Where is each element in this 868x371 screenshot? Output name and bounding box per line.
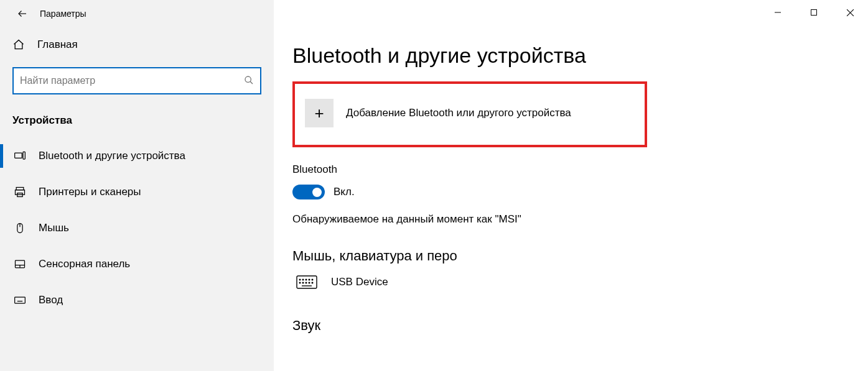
- discoverable-text: Обнаруживаемое на данный момент как "MSI…: [292, 213, 868, 226]
- svg-rect-3: [23, 152, 25, 159]
- nav-label: Bluetooth и другие устройства: [27, 150, 185, 162]
- input-section-title: Мышь, клавиатура и перо: [292, 248, 868, 264]
- svg-point-31: [309, 282, 310, 283]
- nav-label: Мышь: [27, 222, 69, 234]
- plus-icon: +: [305, 99, 334, 127]
- back-button[interactable]: [9, 0, 36, 27]
- svg-line-1: [250, 81, 253, 84]
- svg-point-27: [312, 279, 313, 280]
- keyboard-icon: [12, 294, 27, 306]
- bluetooth-toggle[interactable]: [292, 185, 325, 199]
- svg-point-23: [299, 279, 301, 280]
- page-title: Bluetooth и другие устройства: [292, 44, 868, 68]
- keyboard-device-icon: [292, 275, 321, 289]
- search-input-container[interactable]: [12, 67, 261, 94]
- nav-bluetooth-devices[interactable]: Bluetooth и другие устройства: [0, 138, 274, 174]
- mouse-icon: [12, 222, 27, 234]
- svg-point-32: [312, 282, 313, 283]
- nav-label: Принтеры и сканеры: [27, 186, 141, 198]
- sound-section-title: Звук: [292, 318, 868, 334]
- maximize-button[interactable]: [796, 0, 832, 25]
- devices-icon: [12, 150, 27, 162]
- nav-label: Ввод: [27, 294, 63, 306]
- svg-point-30: [306, 282, 307, 283]
- toggle-state-label: Вкл.: [334, 186, 355, 198]
- bluetooth-heading: Bluetooth: [292, 163, 868, 176]
- device-row[interactable]: USB Device: [292, 275, 868, 289]
- svg-rect-2: [15, 153, 22, 158]
- nav-printers[interactable]: Принтеры и сканеры: [0, 174, 274, 210]
- device-name: USB Device: [321, 276, 388, 288]
- home-icon: [12, 39, 27, 51]
- category-heading: Устройства: [0, 109, 274, 138]
- nav-touchpad[interactable]: Сенсорная панель: [0, 246, 274, 282]
- search-input[interactable]: [20, 75, 244, 86]
- svg-point-24: [302, 279, 304, 280]
- minimize-button[interactable]: [760, 0, 796, 25]
- close-button[interactable]: [832, 0, 868, 25]
- nav-mouse[interactable]: Мышь: [0, 210, 274, 246]
- toggle-knob: [312, 188, 322, 197]
- home-label: Главная: [27, 39, 78, 51]
- add-device-label: Добавление Bluetooth или другого устройс…: [334, 107, 571, 119]
- svg-rect-19: [811, 10, 817, 16]
- svg-point-0: [245, 76, 251, 82]
- svg-rect-5: [16, 190, 25, 195]
- svg-rect-4: [16, 188, 24, 190]
- nav-typing[interactable]: Ввод: [0, 282, 274, 318]
- nav-label: Сенсорная панель: [27, 258, 130, 270]
- home-nav[interactable]: Главная: [0, 27, 274, 62]
- svg-rect-12: [15, 297, 26, 303]
- svg-point-25: [306, 279, 307, 280]
- svg-point-29: [302, 282, 304, 283]
- search-icon: [244, 75, 254, 87]
- add-device-button[interactable]: + Добавление Bluetooth или другого устро…: [292, 81, 647, 147]
- app-title: Параметры: [36, 9, 86, 19]
- svg-point-28: [299, 282, 301, 283]
- printer-icon: [12, 186, 27, 198]
- touchpad-icon: [12, 258, 27, 270]
- svg-point-26: [309, 279, 310, 280]
